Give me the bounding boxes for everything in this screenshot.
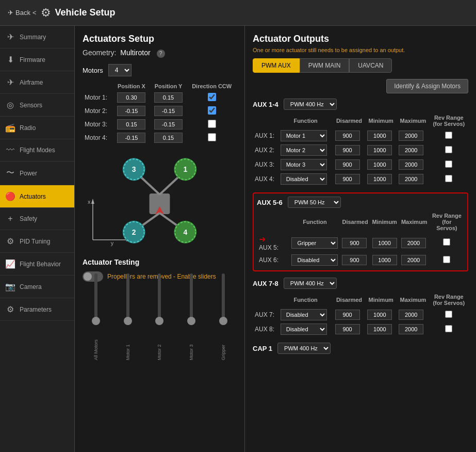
max-input-aux-7-8-1[interactable] bbox=[399, 324, 423, 334]
disarmed-input-aux-5-6-1[interactable] bbox=[342, 255, 367, 265]
tab-pwm-main[interactable]: PWM MAIN bbox=[300, 58, 350, 73]
min-input-aux-1-4-2[interactable] bbox=[367, 159, 392, 170]
sidebar-item-actuators[interactable]: 🔴 Actuators bbox=[0, 185, 74, 208]
slider-name-4: Gripper bbox=[221, 329, 226, 360]
motor-posy-1[interactable] bbox=[154, 92, 183, 103]
func-select-aux-5-6-1[interactable]: Disabled Disabled Motor 1 Motor 2 Motor … bbox=[291, 254, 338, 266]
aux-header-aux-7-8: AUX 7-8 PWM 400 Hz PWM 50 Hz PWM 400 Hz … bbox=[253, 278, 468, 289]
aux-row-label-aux-1-4-0: AUX 1: bbox=[253, 128, 278, 143]
disarmed-input-aux-7-8-0[interactable] bbox=[335, 310, 360, 320]
motors-count-select[interactable]: 468 bbox=[108, 64, 132, 76]
slider-track-2[interactable] bbox=[158, 273, 161, 325]
freq-select-aux-7-8[interactable]: PWM 400 Hz PWM 50 Hz PWM 400 Hz PWM 200 … bbox=[284, 278, 337, 289]
max-input-aux-5-6-1[interactable] bbox=[401, 255, 426, 265]
motor-posy-2[interactable] bbox=[154, 106, 183, 116]
max-input-aux-1-4-2[interactable] bbox=[399, 159, 423, 170]
freq-select-aux-5-6[interactable]: PWM 50 Hz PWM 50 Hz PWM 400 Hz PWM 200 H… bbox=[288, 197, 341, 208]
aux-row-label-aux-7-8-1: AUX 8: bbox=[253, 322, 278, 336]
identify-assign-button[interactable]: Identify & Assign Motors bbox=[386, 79, 468, 93]
sidebar-label-summary: Summary bbox=[20, 34, 46, 41]
sidebar-item-radio[interactable]: 📻 Radio bbox=[0, 117, 74, 139]
rev-checkbox-aux-5-6-1[interactable] bbox=[443, 256, 450, 263]
aux-title-cap-1: CAP 1 bbox=[253, 345, 272, 352]
disarmed-input-aux-1-4-1[interactable] bbox=[335, 145, 360, 155]
sidebar-label-pid-tuning: PID Tuning bbox=[20, 238, 50, 245]
rev-checkbox-aux-7-8-0[interactable] bbox=[445, 311, 452, 318]
slider-track-4[interactable] bbox=[222, 273, 225, 325]
motor-posy-4[interactable] bbox=[154, 133, 183, 143]
min-input-aux-5-6-0[interactable] bbox=[372, 238, 397, 248]
slider-thumb-4 bbox=[219, 317, 227, 325]
rev-checkbox-aux-1-4-1[interactable] bbox=[445, 146, 452, 153]
sidebar-item-flight-behavior[interactable]: 📈 Flight Behavior bbox=[0, 253, 74, 276]
sidebar-item-firmware[interactable]: ⬇ Firmware bbox=[0, 49, 74, 71]
motor-ccw-3[interactable] bbox=[208, 120, 216, 128]
slider-track-0[interactable] bbox=[94, 273, 97, 325]
sidebar-item-safety[interactable]: + Safety bbox=[0, 208, 74, 230]
disarmed-input-aux-1-4-3[interactable] bbox=[335, 174, 360, 184]
min-input-aux-1-4-1[interactable] bbox=[367, 145, 392, 155]
min-input-aux-7-8-1[interactable] bbox=[367, 324, 392, 334]
sidebar-item-power[interactable]: 〜 Power bbox=[0, 162, 74, 185]
col-header-ccw: Direction CCW bbox=[187, 82, 237, 91]
th-minimum: Minimum bbox=[365, 292, 397, 308]
sidebar-item-parameters[interactable]: ⚙ Parameters bbox=[0, 298, 74, 321]
slider-track-1[interactable] bbox=[126, 273, 129, 325]
max-input-aux-1-4-3[interactable] bbox=[399, 174, 423, 184]
rev-checkbox-aux-1-4-2[interactable] bbox=[445, 160, 452, 168]
th-function: Function bbox=[278, 292, 333, 308]
svg-marker-4 bbox=[91, 199, 94, 204]
slider-thumb-1 bbox=[124, 317, 132, 325]
min-input-aux-1-4-0[interactable] bbox=[367, 131, 392, 141]
func-select-aux-1-4-0[interactable]: Motor 1 Disabled Motor 1 Motor 2 Motor 3… bbox=[281, 130, 327, 141]
min-input-aux-1-4-3[interactable] bbox=[367, 174, 392, 184]
max-input-aux-5-6-0[interactable] bbox=[401, 238, 426, 248]
tab-pwm-aux[interactable]: PWM AUX bbox=[253, 58, 300, 73]
tab-uavcan[interactable]: UAVCAN bbox=[349, 58, 392, 73]
disarmed-input-aux-1-4-2[interactable] bbox=[335, 159, 360, 170]
help-icon[interactable]: ? bbox=[157, 50, 165, 58]
func-select-aux-7-8-0[interactable]: Disabled Disabled Motor 1 Motor 2 Motor … bbox=[281, 309, 327, 320]
sidebar-item-camera[interactable]: 📷 Camera bbox=[0, 276, 74, 298]
min-input-aux-5-6-1[interactable] bbox=[372, 255, 397, 265]
disarmed-input-aux-5-6-0[interactable] bbox=[342, 238, 367, 248]
sidebar-item-pid-tuning[interactable]: ⚙ PID Tuning bbox=[0, 230, 74, 253]
sidebar-item-summary[interactable]: ✈ Summary bbox=[0, 26, 74, 49]
rev-checkbox-aux-1-4-0[interactable] bbox=[445, 132, 452, 139]
max-input-aux-1-4-1[interactable] bbox=[399, 145, 423, 155]
max-input-aux-1-4-0[interactable] bbox=[399, 131, 423, 141]
diagram-svg: x y bbox=[83, 150, 237, 253]
slider-track-3[interactable] bbox=[190, 273, 193, 325]
motor-posy-3[interactable] bbox=[154, 119, 183, 130]
motor-name-3: Motor 3: bbox=[83, 118, 113, 131]
tabs-row: PWM AUXPWM MAINUAVCAN bbox=[253, 58, 468, 73]
disarmed-input-aux-1-4-0[interactable] bbox=[335, 131, 360, 141]
back-button[interactable]: ✈ Back < bbox=[8, 9, 37, 17]
sidebar-item-airframe[interactable]: ✈ Airframe bbox=[0, 71, 74, 94]
func-select-aux-7-8-1[interactable]: Disabled Disabled Motor 1 Motor 2 Motor … bbox=[281, 324, 327, 335]
motor-posx-4[interactable] bbox=[117, 133, 145, 143]
sidebar-item-sensors[interactable]: ◎ Sensors bbox=[0, 94, 74, 117]
func-select-aux-1-4-2[interactable]: Motor 3 Disabled Motor 1 Motor 2 Motor 3… bbox=[281, 159, 327, 170]
aux-row-label-aux-1-4-3: AUX 4: bbox=[253, 172, 278, 186]
min-input-aux-7-8-0[interactable] bbox=[367, 310, 392, 320]
motor-ccw-1[interactable] bbox=[208, 93, 216, 101]
motor-posx-3[interactable] bbox=[117, 119, 145, 130]
sidebar-item-flight-modes[interactable]: 〰 Flight Modes bbox=[0, 139, 74, 162]
motor-posx-2[interactable] bbox=[117, 106, 145, 116]
func-select-aux-1-4-1[interactable]: Motor 2 Disabled Motor 1 Motor 2 Motor 3… bbox=[281, 144, 327, 156]
motor-posx-1[interactable] bbox=[117, 92, 145, 103]
freq-select-aux-1-4[interactable]: PWM 400 Hz PWM 50 Hz PWM 400 Hz PWM 200 … bbox=[284, 99, 337, 110]
rev-checkbox-aux-1-4-3[interactable] bbox=[445, 175, 452, 182]
rev-checkbox-aux-7-8-1[interactable] bbox=[445, 325, 452, 332]
disarmed-input-aux-7-8-1[interactable] bbox=[335, 324, 360, 334]
enable-sliders-toggle[interactable] bbox=[83, 271, 103, 282]
motor-ccw-2[interactable] bbox=[208, 106, 216, 115]
rev-checkbox-aux-5-6-0[interactable] bbox=[443, 238, 450, 246]
freq-select-cap-1[interactable]: PWM 400 Hz PWM 50 Hz PWM 400 Hz PWM 200 … bbox=[277, 343, 331, 354]
func-select-aux-5-6-0[interactable]: Gripper Disabled Motor 1 Motor 2 Motor 3… bbox=[291, 237, 338, 249]
motor-ccw-4[interactable] bbox=[208, 133, 216, 141]
max-input-aux-7-8-0[interactable] bbox=[399, 310, 423, 320]
func-select-aux-1-4-3[interactable]: Disabled Disabled Motor 1 Motor 2 Motor … bbox=[281, 173, 327, 185]
svg-text:4: 4 bbox=[183, 228, 187, 236]
